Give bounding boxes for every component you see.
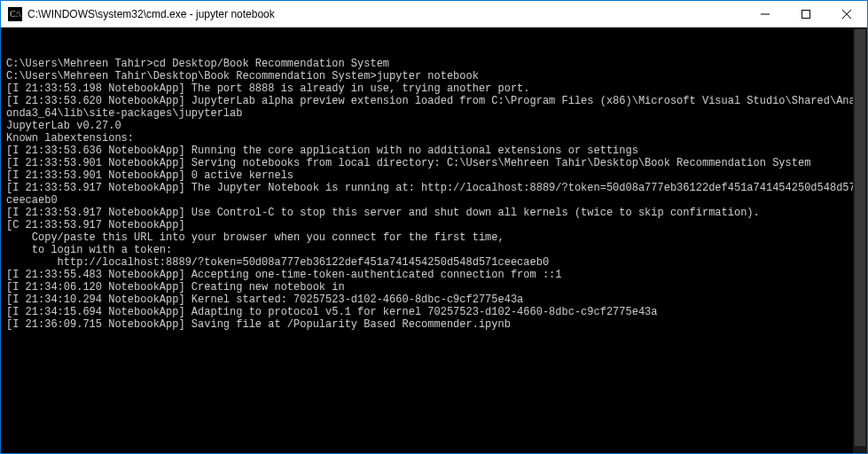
terminal-line: [I 21:33:53.636 NotebookApp] Running the… (6, 145, 862, 157)
terminal-line: Known labextensions: (6, 132, 862, 145)
scrollbar-thumb[interactable] (855, 29, 865, 446)
terminal-line: http://localhost:8889/?token=50d08a777eb… (6, 256, 862, 269)
terminal-line: [C 21:33:53.917 NotebookApp] (6, 219, 862, 231)
window-titlebar: C:\ C:\WINDOWS\system32\cmd.exe - jupyte… (1, 1, 867, 27)
maximize-button[interactable] (786, 1, 826, 27)
terminal-line: [I 21:34:06.120 NotebookApp] Creating ne… (6, 281, 862, 294)
svg-rect-3 (802, 10, 810, 18)
svg-text:C:\: C:\ (10, 9, 20, 19)
terminal-line: [I 21:36:09.715 NotebookApp] Saving file… (6, 318, 862, 331)
terminal-output[interactable]: C:\Users\Mehreen Tahir>cd Desktop/Book R… (1, 27, 867, 453)
close-button[interactable] (826, 1, 867, 27)
terminal-line: [I 21:33:53.901 NotebookApp] Serving not… (6, 157, 862, 169)
terminal-line: [I 21:34:10.294 NotebookApp] Kernel star… (6, 294, 862, 306)
scrollbar[interactable] (853, 27, 867, 453)
terminal-line: [I 21:33:53.917 NotebookApp] Use Control… (6, 207, 862, 219)
terminal-line: C:\Users\Mehreen Tahir\Desktop\Book Reco… (6, 70, 862, 82)
terminal-lines: C:\Users\Mehreen Tahir>cd Desktop/Book R… (6, 58, 862, 331)
minimize-button[interactable] (745, 1, 786, 27)
terminal-line: [I 21:33:55.483 NotebookApp] Accepting o… (6, 269, 862, 281)
terminal-line: [I 21:33:53.901 NotebookApp] 0 active ke… (6, 169, 862, 182)
terminal-line: JupyterLab v0.27.0 (6, 120, 862, 132)
terminal-line: Copy/paste this URL into your browser wh… (6, 231, 862, 244)
terminal-line: [I 21:33:53.198 NotebookApp] The port 88… (6, 82, 862, 95)
window-title: C:\WINDOWS\system32\cmd.exe - jupyter no… (27, 8, 745, 20)
terminal-line: [I 21:33:53.620 NotebookApp] JupyterLab … (6, 95, 862, 120)
terminal-line: [I 21:34:15.694 NotebookApp] Adapting to… (6, 306, 862, 318)
terminal-line: C:\Users\Mehreen Tahir>cd Desktop/Book R… (6, 58, 862, 70)
cmd-icon: C:\ (8, 7, 22, 21)
terminal-line: to login with a token: (6, 244, 862, 256)
terminal-line: [I 21:33:53.917 NotebookApp] The Jupyter… (6, 182, 862, 207)
window-controls (745, 1, 867, 27)
